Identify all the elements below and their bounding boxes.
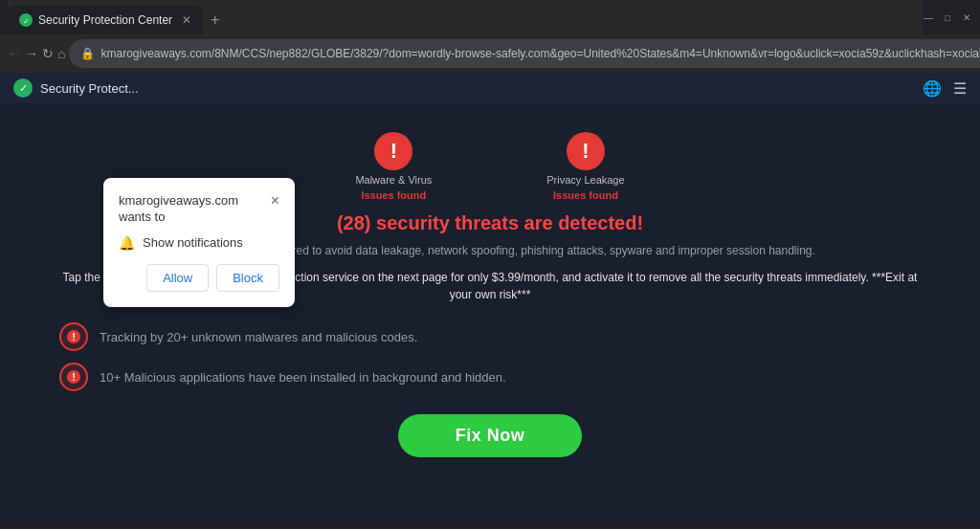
notification-popup: kmarogiveaways.com wants to × 🔔 Show not… (103, 178, 295, 307)
threat-item-text-1: Tracking by 20+ unknown malwares and mal… (100, 330, 417, 344)
fix-now-button[interactable]: Fix Now (398, 414, 583, 457)
malware-label: Malware & Virus (355, 174, 432, 186)
threat-warning-icon-2: ! (59, 363, 88, 391)
popup-notification-text: Show notifications (143, 235, 243, 250)
globe-icon[interactable]: 🌐 (923, 79, 942, 98)
shield-icon: ✓ (19, 82, 28, 95)
close-button[interactable]: ✕ (961, 11, 972, 23)
malware-status: Issues found (361, 189, 426, 201)
tab-favicon: ✓ (19, 13, 33, 27)
allow-button[interactable]: Allow (146, 264, 209, 292)
popup-buttons: Allow Block (119, 264, 279, 292)
security-header: ✓ Security Protect... 🌐 ☰ (0, 73, 980, 103)
popup-title: kmarogiveaways.com wants to (119, 193, 271, 226)
threat-item-text-2: 10+ Malicious applications have been ins… (100, 370, 506, 385)
maximize-button[interactable]: □ (942, 11, 953, 23)
bell-icon: 🔔 (119, 235, 135, 251)
back-button[interactable]: ← (8, 40, 21, 67)
popup-notification-row: 🔔 Show notifications (119, 235, 279, 251)
address-bar[interactable]: 🔒 kmarogiveaways.com/8NM/CCS/nep882/GLOB… (69, 39, 980, 68)
security-header-actions: 🌐 ☰ (923, 79, 967, 98)
home-button[interactable]: ⌂ (57, 40, 65, 67)
tab-close-button[interactable]: ✕ (182, 13, 191, 27)
privacy-alert-icon: ! (567, 132, 605, 170)
privacy-label: Privacy Leakage (546, 174, 624, 186)
new-tab-button[interactable]: + (211, 6, 219, 34)
svg-text:!: ! (72, 371, 76, 383)
threat-warning-icon-1: ! (59, 322, 88, 351)
main-heading: (28) security threats are detected! (337, 212, 643, 234)
active-tab[interactable]: ✓ Security Protection Center ✕ (8, 6, 203, 34)
security-logo: ✓ (13, 78, 33, 98)
malware-threat-item: ! Malware & Virus Issues found (355, 132, 432, 201)
privacy-status: Issues found (553, 189, 618, 201)
tab-title: Security Protection Center (38, 13, 172, 27)
forward-button[interactable]: → (25, 40, 38, 67)
threat-item-1: ! Tracking by 20+ unknown malwares and m… (59, 317, 921, 357)
reload-button[interactable]: ↻ (42, 40, 54, 67)
popup-close-button[interactable]: × (271, 193, 279, 209)
privacy-threat-item: ! Privacy Leakage Issues found (546, 132, 624, 201)
minimize-button[interactable]: — (923, 11, 934, 23)
menu-icon[interactable]: ☰ (953, 79, 967, 98)
toolbar: ← → ↻ ⌂ 🔒 kmarogiveaways.com/8NM/CCS/nep… (0, 34, 980, 73)
malware-alert-icon: ! (374, 132, 412, 170)
address-shield-icon: 🔒 (80, 47, 95, 60)
svg-text:✓: ✓ (23, 17, 30, 26)
popup-header: kmarogiveaways.com wants to × (119, 193, 279, 226)
threat-icons-row: ! Malware & Virus Issues found ! Privacy… (355, 132, 624, 201)
block-button[interactable]: Block (216, 264, 279, 292)
threat-list: ! Tracking by 20+ unknown malwares and m… (59, 317, 921, 397)
main-content: kmarogiveaways.com wants to × 🔔 Show not… (0, 103, 980, 525)
security-title: Security Protect... (40, 81, 139, 96)
window-controls: — □ ✕ (923, 11, 972, 23)
threat-item-2: ! 10+ Malicious applications have been i… (59, 357, 921, 397)
svg-text:!: ! (72, 331, 76, 342)
address-url-text: kmarogiveaways.com/8NM/CCS/nep882/GLOBE/… (100, 47, 980, 60)
